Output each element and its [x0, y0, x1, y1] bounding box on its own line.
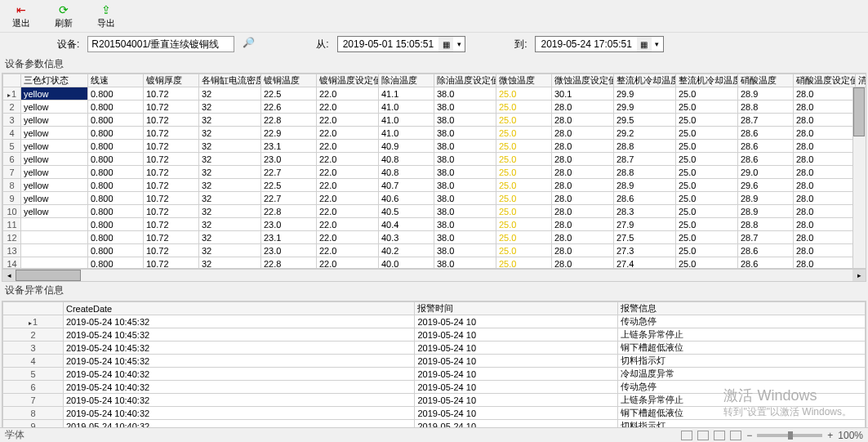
- table-cell[interactable]: 38.0: [434, 179, 496, 192]
- table-cell[interactable]: 0.800: [88, 114, 144, 127]
- table-cell[interactable]: 32: [199, 87, 261, 100]
- scrollbar-thumb[interactable]: [16, 270, 81, 281]
- table-cell[interactable]: 2019-05-24 10: [415, 355, 618, 368]
- table-cell[interactable]: 22.5: [261, 87, 317, 100]
- table-cell[interactable]: 40.3: [379, 231, 434, 244]
- table-cell[interactable]: 22.0: [317, 205, 379, 218]
- table-cell[interactable]: 25.0: [676, 114, 738, 127]
- table-cell[interactable]: 23.1: [261, 231, 317, 244]
- table-row[interactable]: 9yellow0.80010.723222.722.040.638.025.02…: [3, 192, 867, 205]
- table-cell[interactable]: 22.0: [317, 179, 379, 192]
- table-cell[interactable]: 28.0: [552, 114, 614, 127]
- exit-button[interactable]: ⇤ 退出: [8, 2, 34, 31]
- table-cell[interactable]: 40.0: [379, 257, 434, 270]
- table-cell[interactable]: 41.0: [379, 114, 434, 127]
- table-cell[interactable]: 25.0: [496, 166, 552, 179]
- table-cell[interactable]: 38.0: [434, 140, 496, 153]
- table-cell[interactable]: 27.5: [614, 231, 676, 244]
- table-cell[interactable]: 38.0: [434, 114, 496, 127]
- table-cell[interactable]: 25.0: [676, 100, 738, 114]
- table-cell[interactable]: [21, 231, 88, 244]
- table-cell[interactable]: 28.0: [552, 244, 614, 257]
- table-cell[interactable]: 27.3: [614, 244, 676, 257]
- table-cell[interactable]: 25.0: [496, 114, 552, 127]
- table-cell[interactable]: 10.72: [144, 257, 199, 270]
- table-cell[interactable]: 2019-05-24 10:40:32: [63, 394, 414, 407]
- table-cell[interactable]: 2019-05-24 10:40:32: [63, 407, 414, 420]
- table-row[interactable]: 140.80010.723222.822.040.038.025.028.027…: [3, 257, 867, 270]
- table-cell[interactable]: 25.0: [496, 140, 552, 153]
- table-cell[interactable]: yellow: [21, 192, 88, 205]
- zoom-plus[interactable]: +: [827, 430, 833, 441]
- table-cell[interactable]: 30.1: [552, 87, 614, 100]
- table-cell[interactable]: 25.0: [676, 127, 738, 140]
- table-cell[interactable]: 28.0: [794, 140, 856, 153]
- table-row[interactable]: 110.80010.723223.022.040.438.025.028.027…: [3, 218, 867, 231]
- table-cell[interactable]: 10.72: [144, 244, 199, 257]
- table-cell[interactable]: 29.9: [614, 100, 676, 114]
- table-cell[interactable]: 28.6: [738, 153, 794, 166]
- params-grid[interactable]: 三色灯状态线速镀铜厚度各铜缸电流密度镀铜温度镀铜温度设定值除油温度除油温度设定值…: [2, 73, 866, 269]
- table-cell[interactable]: yellow: [21, 179, 88, 192]
- table-cell[interactable]: 25.0: [496, 153, 552, 166]
- table-cell[interactable]: 28.7: [738, 231, 794, 244]
- to-date-picker[interactable]: 2019-05-24 17:05:51 ▦ ▾: [535, 36, 663, 52]
- table-cell[interactable]: 28.8: [738, 100, 794, 114]
- alarms-grid[interactable]: CreateDate报警时间报警信息 12019-05-24 10:45:322…: [2, 301, 866, 440]
- table-cell[interactable]: 23.0: [261, 244, 317, 257]
- table-cell[interactable]: 28.0: [552, 127, 614, 140]
- table-cell[interactable]: 10.72: [144, 140, 199, 153]
- row-number[interactable]: 9: [3, 192, 21, 205]
- scroll-left-icon[interactable]: ◂: [2, 270, 16, 281]
- row-number[interactable]: 1: [3, 87, 21, 100]
- table-cell[interactable]: yellow: [21, 127, 88, 140]
- table-cell[interactable]: 22.8: [261, 257, 317, 270]
- table-cell[interactable]: 38.0: [434, 153, 496, 166]
- row-number[interactable]: 3: [3, 114, 21, 127]
- row-number[interactable]: 3: [3, 342, 64, 355]
- table-cell[interactable]: 28.0: [794, 166, 856, 179]
- table-cell[interactable]: 32: [199, 192, 261, 205]
- table-cell[interactable]: 2019-05-24 10:40:32: [63, 368, 414, 381]
- table-cell[interactable]: 32: [199, 244, 261, 257]
- table-cell[interactable]: 22.0: [317, 140, 379, 153]
- table-cell[interactable]: 22.8: [261, 205, 317, 218]
- row-number[interactable]: 7: [3, 166, 21, 179]
- column-header[interactable]: 整流机冷却温度: [676, 74, 738, 87]
- table-cell[interactable]: 41.0: [379, 100, 434, 114]
- table-cell[interactable]: 2019-05-24 10: [415, 381, 618, 394]
- table-cell[interactable]: 2019-05-24 10:45:32: [63, 355, 414, 368]
- table-cell[interactable]: 28.0: [552, 218, 614, 231]
- table-cell[interactable]: 32: [199, 114, 261, 127]
- table-cell[interactable]: 32: [199, 100, 261, 114]
- table-cell[interactable]: 28.7: [738, 114, 794, 127]
- zoom-minus[interactable]: −: [746, 430, 752, 441]
- column-header[interactable]: 镀铜厚度: [144, 74, 199, 87]
- table-cell[interactable]: 2019-05-24 10:40:32: [63, 381, 414, 394]
- table-cell[interactable]: 40.8: [379, 153, 434, 166]
- table-cell[interactable]: 28.8: [614, 140, 676, 153]
- table-cell[interactable]: 28.0: [552, 231, 614, 244]
- table-cell[interactable]: 28.0: [552, 140, 614, 153]
- table-row[interactable]: 2yellow0.80010.723222.622.041.038.025.02…: [3, 100, 867, 114]
- table-row[interactable]: 82019-05-24 10:40:322019-05-24 10铜下槽超低液位: [3, 407, 866, 420]
- table-row[interactable]: 4yellow0.80010.723222.922.041.038.025.02…: [3, 127, 867, 140]
- from-date-picker[interactable]: 2019-05-01 15:05:51 ▦ ▾: [337, 36, 465, 52]
- column-header[interactable]: 清洁温度: [856, 74, 867, 87]
- table-cell[interactable]: 28.0: [794, 153, 856, 166]
- table-row[interactable]: 62019-05-24 10:40:322019-05-24 10传动急停: [3, 381, 866, 394]
- column-header[interactable]: 硝酸温度设定值: [794, 74, 856, 87]
- table-cell[interactable]: 25.0: [676, 153, 738, 166]
- table-cell[interactable]: 28.0: [794, 179, 856, 192]
- table-cell[interactable]: 传动急停: [618, 315, 866, 328]
- table-cell[interactable]: 10.72: [144, 153, 199, 166]
- table-row[interactable]: 1yellow0.80010.723222.522.041.138.025.03…: [3, 87, 867, 100]
- table-cell[interactable]: 22.0: [317, 218, 379, 231]
- table-cell[interactable]: 29.0: [738, 166, 794, 179]
- table-cell[interactable]: 38.0: [434, 166, 496, 179]
- table-cell[interactable]: 0.800: [88, 153, 144, 166]
- table-cell[interactable]: 28.8: [738, 218, 794, 231]
- table-cell[interactable]: 10.72: [144, 127, 199, 140]
- table-cell[interactable]: 29.5: [614, 114, 676, 127]
- table-row[interactable]: 10yellow0.80010.723222.822.040.538.025.0…: [3, 205, 867, 218]
